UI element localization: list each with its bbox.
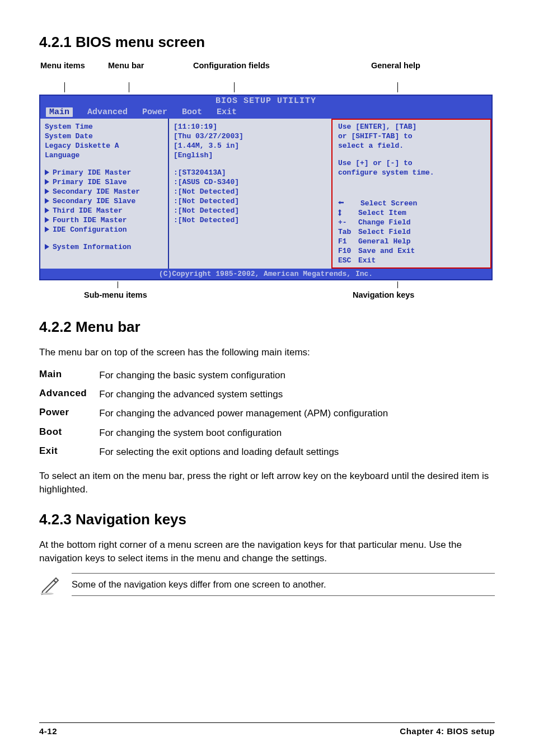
lbl-navkeys: Navigation keys: [353, 290, 414, 299]
row-primary-master[interactable]: Primary IDE Master: [45, 168, 165, 177]
diagram-bottom-labels: Sub-menu items Navigation keys: [39, 281, 495, 304]
nav-key-esc: ESC: [338, 256, 358, 265]
nav-select-item: Select Item: [358, 209, 406, 217]
bios-help-pane: Use [ENTER], [TAB] or [SHIFT-TAB] to sel…: [331, 119, 491, 269]
def-row-boot: Boot For changing the system boot config…: [39, 424, 388, 443]
navkeys-para: At the bottom right corner of a menu scr…: [39, 538, 495, 565]
arrow-left-icon: [338, 199, 346, 208]
val-pri-slave: :[ASUS CD-S340]: [174, 177, 329, 187]
note-text: Some of the navigation keys differ from …: [72, 573, 495, 596]
note-row: Some of the navigation keys differ from …: [39, 573, 495, 596]
bios-tab-exit[interactable]: Exit: [217, 107, 237, 117]
nav-select-field: Select Field: [358, 228, 411, 236]
section-heading-421: 4.2.1 BIOS menu screen: [39, 34, 495, 51]
bios-tab-boot[interactable]: Boot: [182, 107, 202, 117]
nav-key-f10: F10: [338, 246, 358, 256]
help-l2: or [SHIFT-TAB] to: [338, 132, 487, 141]
bios-tab-advanced[interactable]: Advanced: [87, 107, 128, 117]
row-legacy-diskette[interactable]: Legacy Diskette A: [45, 141, 165, 151]
lbl-menu-items: Menu items: [40, 61, 85, 70]
row-fourth-master[interactable]: Fourth IDE Master: [45, 215, 165, 225]
arrow-updown-icon: [338, 209, 346, 217]
def-row-power: Power For changing the advanced power ma…: [39, 404, 388, 423]
val-date: [Thu 03/27/2003]: [174, 132, 329, 141]
nav-exit: Exit: [358, 256, 376, 265]
def-term-advanced: Advanced: [39, 385, 99, 404]
nav-change-field: Change Field: [358, 218, 411, 227]
bios-nav-hints: Select Screen Select Item +-Change Field…: [338, 199, 487, 265]
def-row-advanced: Advanced For changing the advanced syste…: [39, 385, 388, 404]
page-footer: 4-12 Chapter 4: BIOS setup: [39, 722, 495, 736]
row-system-info[interactable]: System Information: [45, 242, 165, 252]
help-l4: Use [+] or [-] to: [338, 158, 487, 168]
footer-page: 4-12: [39, 726, 57, 736]
def-desc-main: For changing the basic system configurat…: [99, 366, 388, 385]
nav-key-f1: F1: [338, 237, 358, 246]
row-ide-config[interactable]: IDE Configuration: [45, 225, 165, 234]
val-sec-master: :[Not Detected]: [174, 187, 329, 196]
val-lang: [English]: [174, 151, 329, 160]
bios-mid-pane: [11:10:19] [Thu 03/27/2003] [1.44M, 3.5 …: [169, 119, 331, 269]
def-term-exit: Exit: [39, 443, 99, 462]
bios-left-pane: System Time System Date Legacy Diskette …: [40, 119, 169, 269]
val-sec-slave: :[Not Detected]: [174, 196, 329, 206]
menubar-outro: To select an item on the menu bar, press…: [39, 469, 495, 496]
diagram-top-labels: Menu items Menu bar Configuration fields…: [39, 61, 495, 82]
row-secondary-master[interactable]: Secondary IDE Master: [45, 187, 165, 196]
row-secondary-slave[interactable]: Secondary IDE Slave: [45, 196, 165, 206]
def-desc-advanced: For changing the advanced system setting…: [99, 385, 388, 404]
val-time: [11:10:19]: [174, 122, 329, 132]
row-system-time[interactable]: System Time: [45, 122, 165, 132]
def-term-power: Power: [39, 404, 99, 423]
nav-key-plusminus: +-: [338, 218, 358, 227]
row-system-date[interactable]: System Date: [45, 132, 165, 141]
lbl-menu-bar: Menu bar: [108, 61, 144, 70]
def-desc-exit: For selecting the exit options and loadi…: [99, 443, 388, 462]
row-primary-slave[interactable]: Primary IDE Slave: [45, 177, 165, 187]
bios-title: BIOS SETUP UTILITY: [40, 96, 491, 106]
nav-select-screen: Select Screen: [360, 199, 417, 208]
def-row-exit: Exit For selecting the exit options and …: [39, 443, 388, 462]
def-desc-boot: For changing the system boot configurati…: [99, 424, 388, 443]
bios-menubar: Main Advanced Power Boot Exit: [40, 106, 491, 119]
val-pri-master: :[ST320413A]: [174, 168, 329, 177]
menubar-intro: The menu bar on top of the screen has th…: [39, 346, 495, 359]
nav-key-tab: Tab: [338, 227, 358, 237]
nav-general-help: General Help: [358, 237, 411, 246]
svg-point-0: [40, 593, 54, 595]
row-third-master[interactable]: Third IDE Master: [45, 206, 165, 215]
help-l5: configure system time.: [338, 168, 487, 177]
def-desc-power: For changing the advanced power manageme…: [99, 404, 388, 423]
diagram-top-ticks: [39, 82, 495, 95]
def-row-main: Main For changing the basic system confi…: [39, 366, 388, 385]
lbl-general-help: General help: [371, 61, 420, 70]
def-term-boot: Boot: [39, 424, 99, 443]
def-term-main: Main: [39, 366, 99, 385]
lbl-submenu: Sub-menu items: [84, 290, 147, 299]
bios-copyright: (C)Copyright 1985-2002, American Megatre…: [40, 269, 491, 279]
val-legacy: [1.44M, 3.5 in]: [174, 141, 329, 151]
pencil-icon: [39, 574, 62, 596]
bios-tab-main[interactable]: Main: [46, 107, 73, 117]
val-third-master: :[Not Detected]: [174, 206, 329, 215]
menubar-def-list: Main For changing the basic system confi…: [39, 366, 388, 462]
help-l1: Use [ENTER], [TAB]: [338, 122, 487, 132]
footer-chapter: Chapter 4: BIOS setup: [400, 726, 495, 736]
section-heading-423: 4.2.3 Navigation keys: [39, 511, 495, 528]
lbl-config-fields: Configuration fields: [193, 61, 270, 70]
val-fourth-master: :[Not Detected]: [174, 215, 329, 225]
bios-tab-power[interactable]: Power: [142, 107, 167, 117]
section-heading-422: 4.2.2 Menu bar: [39, 318, 495, 336]
help-l3: select a field.: [338, 141, 487, 151]
row-language[interactable]: Language: [45, 151, 165, 160]
nav-save-exit: Save and Exit: [358, 247, 415, 255]
bios-screenshot: BIOS SETUP UTILITY Main Advanced Power B…: [39, 95, 493, 280]
